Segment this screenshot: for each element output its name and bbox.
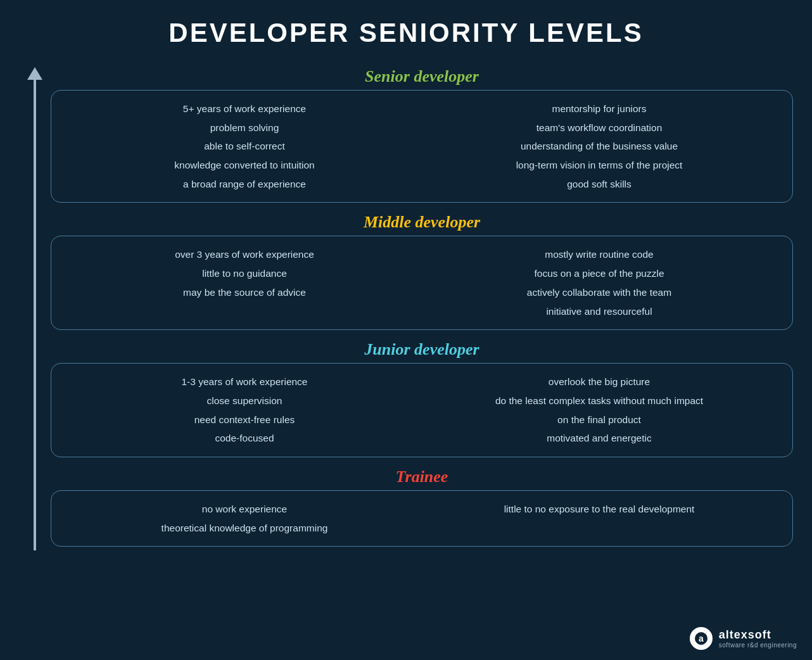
level-box-trainee: no work experiencetheoretical knowledge … — [51, 490, 793, 547]
junior-right-item-3: motivated and energetic — [547, 431, 651, 445]
junior-left-item-1: close supervision — [207, 394, 282, 408]
junior-left-item-3: code-focused — [215, 431, 274, 445]
junior-right-item-2: on the final product — [557, 413, 641, 427]
level-col-left-middle: over 3 years of work experiencelittle to… — [70, 248, 419, 318]
middle-left-item-2: may be the source of advice — [183, 286, 306, 300]
level-title-trainee: Trainee — [51, 461, 793, 490]
level-box-senior: 5+ years of work experienceproblem solvi… — [51, 90, 793, 203]
logo-icon: a — [690, 627, 713, 650]
senior-right-item-3: long-term vision in terms of the project — [516, 158, 683, 172]
level-section-middle: Middle developerover 3 years of work exp… — [51, 206, 793, 331]
level-section-trainee: Traineeno work experiencetheoretical kno… — [51, 461, 793, 548]
level-box-middle: over 3 years of work experiencelittle to… — [51, 236, 793, 330]
senior-left-item-1: problem solving — [210, 121, 279, 135]
senior-right-item-4: good soft skills — [567, 177, 631, 191]
level-title-middle: Middle developer — [51, 206, 793, 236]
level-col-left-trainee: no work experiencetheoretical knowledge … — [70, 502, 419, 535]
level-col-left-junior: 1-3 years of work experienceclose superv… — [70, 375, 419, 445]
senior-right-item-2: understanding of the business value — [521, 139, 678, 153]
level-section-senior: Senior developer5+ years of work experie… — [51, 61, 793, 204]
level-title-senior: Senior developer — [51, 61, 793, 90]
level-section-junior: Junior developer1-3 years of work experi… — [51, 334, 793, 459]
junior-right-item-1: do the least complex tasks without much … — [495, 394, 703, 408]
junior-left-item-2: need context-free rules — [194, 413, 295, 427]
middle-right-item-1: focus on a piece of the puzzle — [534, 267, 664, 281]
seniority-arrow — [19, 61, 51, 550]
middle-right-item-2: actively collaborate with the team — [527, 286, 671, 300]
level-col-right-trainee: little to no exposure to the real develo… — [425, 502, 773, 535]
senior-left-item-3: knowledge converted to intuition — [174, 158, 314, 172]
junior-left-item-0: 1-3 years of work experience — [181, 375, 307, 389]
middle-right-item-3: initiative and resourceful — [546, 305, 652, 319]
middle-left-item-1: little to no guidance — [202, 267, 287, 281]
page-title: DEVELOPER SENIORITY LEVELS — [0, 0, 812, 61]
level-col-right-middle: mostly write routine codefocus on a piec… — [425, 248, 773, 318]
logo-subtitle: software r&d engineering — [719, 642, 797, 649]
logo-name: altexsoft — [719, 628, 771, 642]
senior-left-item-0: 5+ years of work experience — [183, 102, 306, 116]
trainee-right-item-0: little to no exposure to the real develo… — [504, 502, 695, 516]
senior-left-item-2: able to self-correct — [204, 139, 285, 153]
svg-text:a: a — [699, 633, 704, 644]
level-col-right-senior: mentorship for juniorsteam's workflow co… — [425, 102, 773, 191]
junior-right-item-0: overlook the big picture — [549, 375, 650, 389]
middle-right-item-0: mostly write routine code — [545, 248, 653, 262]
levels-content: Senior developer5+ years of work experie… — [51, 61, 793, 550]
middle-left-item-0: over 3 years of work experience — [175, 248, 314, 262]
level-col-right-junior: overlook the big picturedo the least com… — [425, 375, 773, 445]
senior-right-item-1: team's workflow coordination — [536, 121, 663, 135]
logo-area: a altexsoft software r&d engineering — [690, 627, 797, 650]
level-col-left-senior: 5+ years of work experienceproblem solvi… — [70, 102, 419, 191]
level-title-junior: Junior developer — [51, 334, 793, 363]
trainee-left-item-1: theoretical knowledge of programming — [162, 521, 328, 535]
senior-left-item-4: a broad range of experience — [183, 177, 306, 191]
trainee-left-item-0: no work experience — [202, 502, 287, 516]
senior-right-item-0: mentorship for juniors — [552, 102, 646, 116]
logo-text: altexsoft software r&d engineering — [719, 628, 797, 649]
level-box-junior: 1-3 years of work experienceclose superv… — [51, 363, 793, 457]
